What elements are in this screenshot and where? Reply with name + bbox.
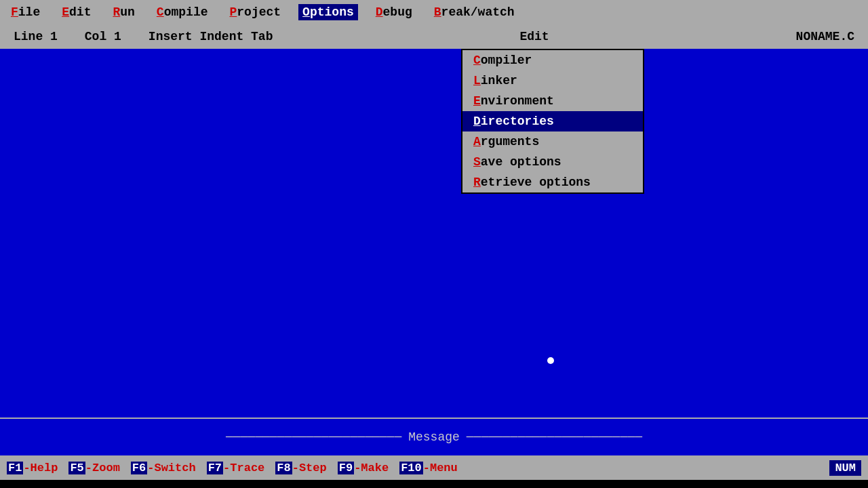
- fn-item-f8[interactable]: F8-Step: [275, 462, 326, 474]
- message-area: ──────────────────────── Message ───────…: [0, 418, 868, 455]
- dropdown-item-environment[interactable]: Environment: [462, 91, 643, 111]
- fn-item-f10[interactable]: F10-Menu: [399, 462, 458, 474]
- menu-item-project[interactable]: Project: [225, 4, 285, 20]
- menubar: FileEditRunCompileProjectOptionsDebugBre…: [0, 0, 868, 24]
- message-line: ──────────────────────── Message ───────…: [226, 430, 642, 444]
- menu-item-file[interactable]: File: [7, 4, 44, 20]
- fn-item-f9[interactable]: F9-Make: [338, 462, 389, 474]
- fn-item-f7[interactable]: F7-Trace: [207, 462, 265, 474]
- menu-item-run[interactable]: Run: [108, 4, 138, 20]
- num-badge: NUM: [829, 460, 861, 476]
- message-dashes-right: ────────────────────────: [467, 430, 642, 444]
- menu-item-edit[interactable]: Edit: [58, 4, 95, 20]
- dropdown-item-linker[interactable]: Linker: [462, 70, 643, 91]
- fn-item-f1[interactable]: F1-Help: [7, 462, 58, 474]
- message-label: Message: [408, 430, 460, 444]
- options-dropdown: CompilerLinkerEnvironmentDirectoriesArgu…: [461, 49, 644, 194]
- dropdown-item-save-options[interactable]: Save options: [462, 152, 643, 172]
- bottom-bar: F1-HelpF5-ZoomF6-SwitchF7-TraceF8-StepF9…: [0, 455, 868, 480]
- menu-item-options[interactable]: Options: [298, 4, 358, 20]
- menu-item-compile[interactable]: Compile: [153, 4, 212, 20]
- dropdown-item-retrieve-options[interactable]: Retrieve options: [462, 172, 643, 192]
- dropdown-item-compiler[interactable]: Compiler: [462, 50, 643, 70]
- fn-item-f5[interactable]: F5-Zoom: [68, 462, 119, 474]
- fn-item-f6[interactable]: F6-Switch: [131, 462, 196, 474]
- filename: NONAME.C: [796, 30, 854, 43]
- message-dashes-left: ────────────────────────: [226, 430, 401, 444]
- status-bar: Line 1 Col 1 Insert Indent Tab Edit NONA…: [0, 24, 868, 49]
- cursor: [547, 357, 554, 364]
- mode-indicator: Insert Indent Tab: [149, 30, 273, 43]
- dropdown-item-arguments[interactable]: Arguments: [462, 131, 643, 152]
- menu-item-debug[interactable]: Debug: [372, 4, 416, 20]
- editor-area: Line 1 Col 1 Insert Indent Tab Edit NONA…: [0, 24, 868, 418]
- line-indicator: Line 1: [14, 30, 58, 43]
- editor-title: Edit: [300, 30, 768, 43]
- menu-item-breakwatch[interactable]: Break/watch: [430, 4, 519, 20]
- dropdown-item-directories[interactable]: Directories: [462, 111, 643, 131]
- col-indicator: Col 1: [85, 30, 121, 43]
